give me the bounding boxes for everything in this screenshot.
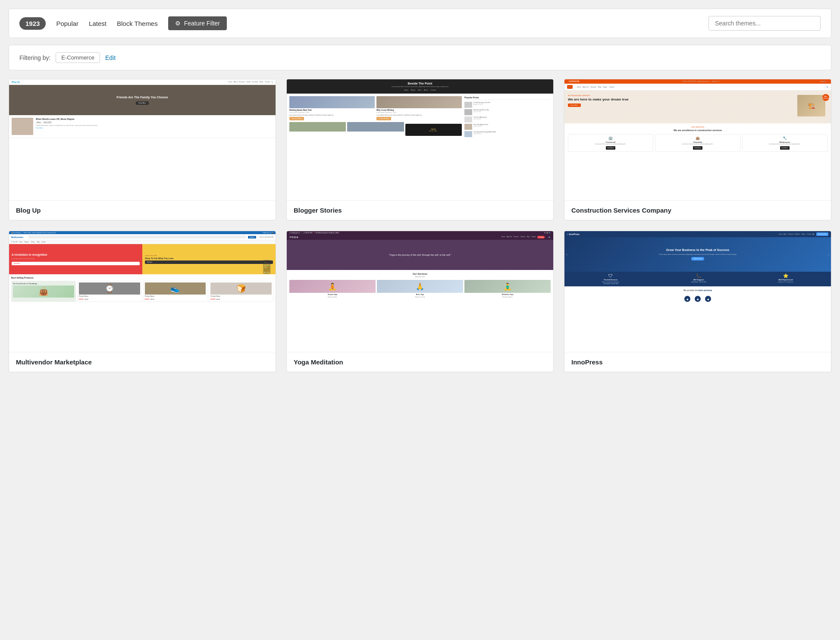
theme-card-blogger[interactable]: Beside The Point Lorem ipsum dolor sit a… <box>286 79 554 220</box>
construction-services-eyebrow: OUR SERVICES <box>568 126 827 128</box>
inno-tagline: We provide the best services <box>683 289 712 292</box>
theme-name-blogger: Blogger Stories <box>287 200 553 220</box>
yoga-service3-name: Meditation Yoga <box>464 293 551 296</box>
theme-count-badge: 1923 <box>19 17 46 30</box>
inno-purchase-btn: Purchase Now <box>816 232 828 236</box>
theme-preview-blogger: Beside The Point Lorem ipsum dolor sit a… <box>287 79 553 200</box>
yoga-service2-trainer: With Dixon Pirate <box>377 296 463 298</box>
mv-hero-right-title: Shop To Get What You Love <box>145 257 273 260</box>
inno-icon-2: ◆ <box>695 296 701 302</box>
blogup-article-title: When Words Leave Off, Music Begins <box>36 118 99 120</box>
search-input[interactable] <box>708 16 821 31</box>
theme-card-innopress[interactable]: ● InnoPress HomeAboutServicesPortfolio ▾… <box>564 231 831 372</box>
theme-preview-innopress: ● InnoPress HomeAboutServicesPortfolio ▾… <box>564 231 831 352</box>
innopress-logo: InnoPress <box>569 233 580 235</box>
inno-stat3-title: Well Experienced <box>778 279 793 281</box>
nav-latest[interactable]: Latest <box>89 20 107 27</box>
filter-bar: Filtering by: E-Commerce Edit <box>9 45 831 70</box>
mv-hero-left-title: A revolution in recognition <box>12 253 140 257</box>
theme-card-yoga[interactable]: ✉ info@yoga.com 📞 +1-234-567-890 📍 1810 … <box>286 231 554 372</box>
theme-name-construction: Construction Services Company <box>564 200 831 220</box>
filtering-by-label: Filtering by: <box>19 54 50 61</box>
theme-name-multivendor: Multivendor Marketplace <box>9 352 276 372</box>
blogup-hero-title: Friends Are The Family You Choose <box>116 95 168 99</box>
blogger-post2-meta: Lauren Brown, September 7, 2022 <box>376 112 462 113</box>
construction-logo-text: CONSTRUCTION <box>567 80 581 83</box>
mv-products-title: Best Selling Products <box>11 276 273 279</box>
yoga-hero-quote: "Yoga is the journey of the self, throug… <box>389 253 451 257</box>
theme-card-multivendor[interactable]: 🚚 Free Delivery ↩ Return Policy We're De… <box>9 231 276 372</box>
edit-filter-link[interactable]: Edit <box>105 54 116 61</box>
blogger-post1-title: Nothing Beats New York <box>289 109 375 111</box>
yoga-service1-name: Vinyasa Yoga <box>289 293 376 296</box>
inno-stat1-title: Trusted Services <box>602 279 619 281</box>
yoga-services-title: Our Services <box>289 273 551 275</box>
inno-icon-3: ◆ <box>705 296 711 302</box>
theme-card-blogup[interactable]: Blog Up HomeAboutBusinessHealthLife Styl… <box>9 79 276 220</box>
mv-product-name1: Product Name <box>79 295 140 297</box>
gear-icon: ⚙ <box>175 20 181 27</box>
theme-preview-construction: CONSTRUCTION Call Us: 123-4567 890 ✉ mai… <box>564 79 831 200</box>
yoga-service1-trainer: With Anna Alden <box>289 296 376 298</box>
yoga-services-sub: What We Offer <box>289 276 551 278</box>
blogger-header-sub: Lorem ipsum dolor sit amet consectetur a… <box>290 86 550 88</box>
nav-bar: 1923 Popular Latest Block Themes ⚙ Featu… <box>9 9 831 38</box>
construction-hero-title: We are here to make your dream true <box>568 97 794 102</box>
blogger-post1-meta: Lauren Brown, September 5, 2022 <box>289 112 375 113</box>
theme-name-blogup: Blog Up <box>9 200 276 220</box>
inno-hero-sub: Lorem ipsum dolor sit amet consectetur a… <box>659 254 737 255</box>
blogup-read-more: Read More <box>136 101 148 105</box>
inno-stat3-sub: 20 years of our experience <box>778 281 793 283</box>
nav-block-themes[interactable]: Block Themes <box>117 20 158 27</box>
theme-card-construction[interactable]: CONSTRUCTION Call Us: 123-4567 890 ✉ mai… <box>564 79 831 220</box>
feature-filter-button[interactable]: ⚙ Feature Filter <box>168 16 227 30</box>
mv-product-name3: Product Name <box>210 295 272 297</box>
blogger-header-title: Beside The Point <box>290 82 550 85</box>
theme-preview-multivendor: 🚚 Free Delivery ↩ Return Policy We're De… <box>9 231 276 352</box>
blogup-article-image <box>12 118 33 135</box>
yoga-service2-name: Basic Yoga <box>377 293 463 296</box>
mv-handbag-label: Get Great Deals on Handbags <box>13 282 74 285</box>
theme-name-yoga: Yoga Meditation <box>287 352 553 372</box>
blogger-post2-title: Why I Love Writing <box>376 109 462 111</box>
theme-preview-blogup: Blog Up HomeAboutBusinessHealthLife Styl… <box>9 79 276 200</box>
theme-name-innopress: InnoPress <box>564 352 831 372</box>
construction-hero-btn: Know More <box>568 104 581 107</box>
yoga-logo: YOGA <box>289 236 299 238</box>
theme-preview-yoga: ✉ info@yoga.com 📞 +1-234-567-890 📍 1810 … <box>287 231 553 352</box>
construction-services-heading: We are excellence in construction servic… <box>568 129 827 132</box>
inno-hero-title: Grow Your Business to the Peak of Succes… <box>659 248 737 252</box>
inno-icon-1: ◆ <box>684 296 690 302</box>
inno-hero-btn: Check it out <box>691 257 704 260</box>
themes-grid: Blog Up HomeAboutBusinessHealthLife Styl… <box>9 79 831 372</box>
mv-product-name2: Product Name <box>145 295 206 297</box>
filter-tag-ecommerce: E-Commerce <box>56 52 100 63</box>
yoga-service3-trainer: With Anna Mason <box>464 296 551 298</box>
nav-popular[interactable]: Popular <box>56 20 78 27</box>
inno-stat2-title: 24/7 Support <box>691 279 706 281</box>
